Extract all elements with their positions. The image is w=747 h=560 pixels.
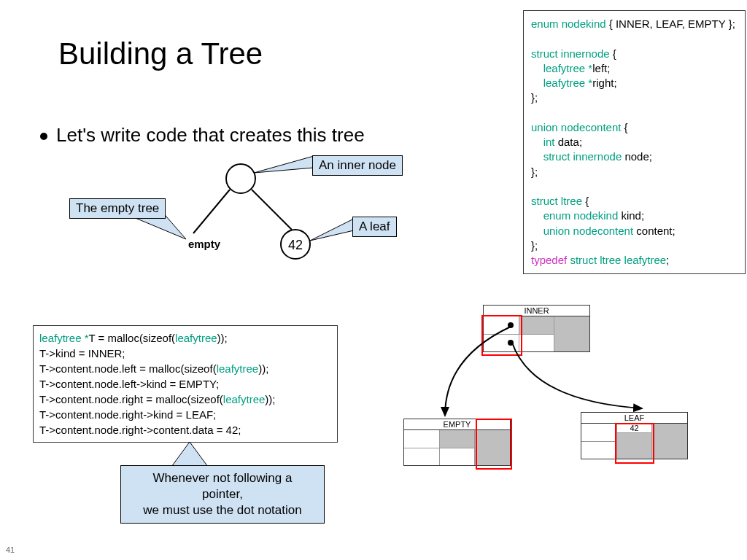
svg-marker-5 bbox=[310, 219, 354, 241]
typedef-code-box: enum nodekind { INNER, LEAF, EMPTY }; st… bbox=[523, 10, 746, 274]
svg-point-0 bbox=[226, 164, 255, 193]
empty-label: empty bbox=[188, 238, 221, 250]
svg-marker-4 bbox=[254, 156, 314, 173]
bullet-text: Let's write code that creates this tree bbox=[56, 124, 365, 146]
build-code-box: leafytree *T = malloc(sizeof(leafytree))… bbox=[33, 325, 338, 443]
slide-title: Building a Tree bbox=[58, 36, 263, 71]
callout-inner-node: An inner node bbox=[312, 155, 403, 176]
page-number: 41 bbox=[6, 545, 15, 554]
svg-marker-7 bbox=[171, 442, 208, 467]
bullet-dot bbox=[40, 133, 47, 140]
svg-line-1 bbox=[193, 190, 230, 233]
leaf-value: 42 bbox=[288, 238, 303, 252]
callout-empty-tree: The empty tree bbox=[69, 198, 166, 219]
note-callout: Whenever not following a pointer, we mus… bbox=[120, 465, 325, 524]
svg-line-2 bbox=[252, 190, 292, 230]
callout-leaf: A leaf bbox=[352, 217, 397, 237]
note-tail bbox=[168, 442, 212, 467]
mem-arrows bbox=[401, 314, 708, 459]
bullet-item: Let's write code that creates this tree bbox=[40, 124, 365, 147]
